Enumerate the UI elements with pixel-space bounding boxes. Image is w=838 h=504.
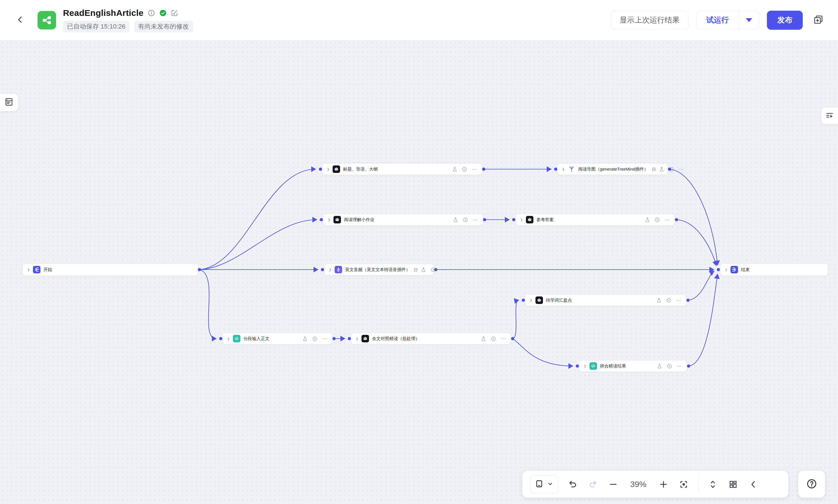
show-last-run-button[interactable]: 显示上次运行结果: [611, 11, 689, 30]
auto-layout-button[interactable]: [707, 479, 719, 490]
play-circle-icon[interactable]: [491, 336, 496, 341]
more-icon[interactable]: [472, 166, 477, 172]
more-icon[interactable]: [677, 363, 682, 369]
node-label: 分段输入正文: [243, 336, 269, 341]
play-circle-icon[interactable]: [463, 217, 468, 222]
node-label: 参考答案: [536, 217, 554, 222]
test-run-dropdown[interactable]: [739, 11, 759, 30]
play-circle-icon[interactable]: [669, 166, 674, 172]
play-circle-icon[interactable]: [312, 336, 318, 341]
play-circle-icon[interactable]: [666, 298, 671, 303]
help-button[interactable]: [798, 471, 825, 498]
chevron-right-icon[interactable]: ›: [227, 335, 229, 342]
chevron-right-icon[interactable]: ›: [356, 335, 358, 342]
header: ReadEnglishArticle 已自动保存 15:10:26 有尚未发布的…: [0, 0, 838, 40]
plugin-badge-icon: [413, 268, 418, 272]
play-circle-icon[interactable]: [462, 166, 467, 172]
zoom-in-button[interactable]: [658, 479, 669, 490]
tts-plugin-icon: [335, 266, 342, 273]
interaction-mode-button[interactable]: [530, 475, 558, 493]
code-icon: [589, 362, 597, 370]
node-segment-input[interactable]: › 分段输入正文: [222, 333, 332, 344]
llm-icon: [361, 335, 369, 342]
new-window-button[interactable]: [810, 12, 826, 28]
node-start[interactable]: › 开始: [22, 264, 198, 276]
flask-icon[interactable]: [452, 166, 458, 172]
node-label: 全文对照精读（批处理）: [372, 336, 420, 341]
node-label: 开始: [44, 267, 52, 272]
workflow-app-icon: [37, 11, 56, 30]
node-library-icon: [4, 97, 14, 108]
flask-icon[interactable]: [645, 217, 650, 222]
chevron-right-icon[interactable]: ›: [520, 216, 523, 223]
help-icon: [806, 478, 817, 490]
chevron-right-icon[interactable]: ›: [562, 165, 564, 173]
node-reading-map[interactable]: › 阅读导图（generateTreeMind插件）: [558, 163, 668, 175]
node-reading-quiz[interactable]: › 阅读理解小作业: [323, 214, 483, 226]
more-icon[interactable]: [676, 298, 681, 303]
chevron-right-icon[interactable]: ›: [329, 266, 331, 273]
chevron-right-icon[interactable]: ›: [584, 362, 586, 370]
info-icon[interactable]: [148, 9, 155, 17]
node-library-toggle[interactable]: [0, 94, 18, 111]
flask-icon[interactable]: [657, 363, 662, 369]
treemind-plugin-icon: [568, 165, 575, 173]
node-english-audio[interactable]: › 英文音频（英文文本转语音插件）: [324, 264, 434, 275]
back-icon: [16, 16, 24, 25]
node-title-outline[interactable]: › 标题、导语、大纲: [322, 163, 482, 175]
new-window-icon: [814, 15, 823, 26]
node-vocab-review[interactable]: › 待学词汇盘点: [525, 294, 686, 306]
flask-icon[interactable]: [421, 267, 426, 272]
more-icon[interactable]: [500, 336, 506, 341]
play-circle-icon[interactable]: [654, 217, 660, 222]
zoom-out-button[interactable]: [608, 479, 619, 490]
chevron-right-icon[interactable]: ›: [327, 165, 329, 173]
code-icon: [233, 335, 240, 342]
test-run-button[interactable]: 试运行: [696, 11, 739, 30]
collapse-toolbar-button[interactable]: [748, 479, 759, 490]
chevron-right-icon[interactable]: ›: [328, 216, 330, 223]
flask-icon[interactable]: [656, 298, 662, 303]
edit-icon[interactable]: [171, 9, 178, 17]
undo-button[interactable]: [567, 479, 579, 490]
fit-view-button[interactable]: [678, 479, 689, 490]
flask-icon[interactable]: [302, 336, 308, 341]
run-log-toggle[interactable]: [821, 107, 838, 124]
run-log-icon: [825, 111, 834, 121]
node-end[interactable]: › 结束: [720, 264, 828, 276]
caret-down-icon: [746, 18, 752, 22]
zoom-level[interactable]: 39%: [628, 480, 649, 489]
chevron-right-icon[interactable]: ›: [28, 266, 30, 273]
back-button[interactable]: [12, 12, 29, 29]
interaction-mode-icon: [535, 480, 544, 489]
page-title: ReadEnglishArticle: [63, 8, 143, 18]
play-circle-icon[interactable]: [667, 363, 672, 369]
node-fulltext-reading[interactable]: › 全文对照精读（批处理）: [351, 333, 511, 344]
chevron-right-icon[interactable]: ›: [530, 296, 532, 304]
grid-view-button[interactable]: [727, 479, 739, 490]
chevron-down-icon: [547, 481, 553, 488]
more-icon[interactable]: [664, 217, 670, 222]
flask-icon[interactable]: [453, 217, 458, 222]
flask-icon[interactable]: [481, 336, 486, 341]
test-run-split-button: 试运行: [696, 11, 759, 30]
start-icon: [33, 266, 40, 273]
publish-button[interactable]: 发布: [767, 11, 803, 30]
redo-button[interactable]: [587, 479, 599, 490]
llm-icon: [535, 296, 543, 304]
autosave-badge: 已自动保存 15:10:26: [63, 21, 130, 32]
more-icon[interactable]: [440, 267, 446, 272]
play-circle-icon[interactable]: [430, 267, 436, 272]
flask-icon[interactable]: [659, 166, 664, 172]
more-icon[interactable]: [322, 336, 327, 341]
node-label: 待学词汇盘点: [546, 298, 572, 303]
node-merge-result[interactable]: › 拼合精读结果: [579, 360, 687, 372]
plugin-badge-icon: [652, 167, 656, 172]
llm-icon: [332, 165, 340, 173]
node-reference-answer[interactable]: › 参考答案: [515, 214, 675, 226]
unpublished-badge: 有尚未发布的修改: [134, 21, 193, 32]
saved-check-icon: [159, 9, 167, 17]
more-icon[interactable]: [473, 217, 478, 222]
more-icon[interactable]: [679, 166, 684, 172]
chevron-right-icon[interactable]: ›: [725, 266, 727, 273]
